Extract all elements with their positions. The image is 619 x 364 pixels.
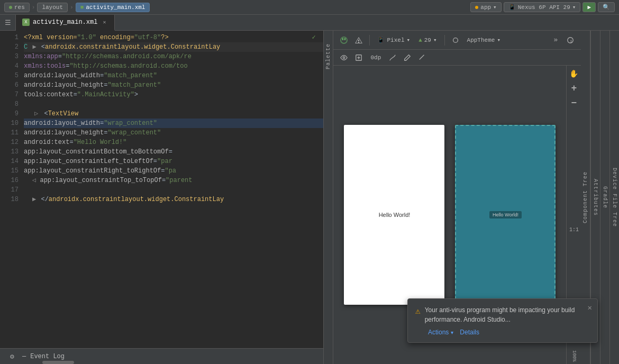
code-line-13: app:layout_constraintBottom_toBottomOf= xyxy=(24,147,323,157)
notification-close-icon[interactable]: ✕ xyxy=(588,303,592,312)
actions-chevron: ▾ xyxy=(451,330,453,335)
code-panel: 1 2 3 4 5 6 7 8 9 10 11 12 13 14 15 16 1… xyxy=(0,31,323,364)
phone-preview-blueprint[interactable]: Hello World! xyxy=(455,125,556,305)
sidebar-toggle[interactable]: ☰ xyxy=(0,15,16,31)
tab-close-button[interactable]: ✕ xyxy=(101,19,108,26)
svg-point-0 xyxy=(453,38,458,42)
device-file-label: Device File Tree xyxy=(612,168,617,227)
breadcrumb-sep-2: › xyxy=(70,4,74,11)
svg-text:i: i xyxy=(570,38,573,43)
device-icon: 📱 xyxy=(508,4,516,11)
gradle-label: Gradle xyxy=(602,186,608,208)
event-log-label[interactable]: Event Log xyxy=(30,353,65,360)
palette-label[interactable]: Palette xyxy=(325,43,331,69)
warning-tool-icon[interactable] xyxy=(352,34,365,47)
theme-chevron: ▾ xyxy=(497,37,500,43)
code-line-6: android:layout_height="match_parent" xyxy=(24,80,323,90)
code-line-9: ▷ <TextView xyxy=(24,109,323,119)
code-line-5: android:layout_width="match_parent" xyxy=(24,71,323,80)
notification-box: ⚠ Your anti-virus program might be impac… xyxy=(407,298,598,343)
device-label: Nexus 6P API 29 xyxy=(518,4,570,11)
minus-label: — xyxy=(22,353,26,360)
code-line-10: android:layout_width="wrap_content" xyxy=(24,119,323,128)
activity-main-tab[interactable]: X activity_main.xml ✕ xyxy=(16,15,115,31)
file-icon: ■ xyxy=(80,4,84,11)
code-line-8 xyxy=(24,99,323,109)
code-line-18: ▶ </androidx.constraintlayout.widget.Con… xyxy=(24,195,323,204)
toolbar-sep-2 xyxy=(444,35,445,46)
hand-icon[interactable]: ✋ xyxy=(568,68,580,79)
top-bar-right: app ▾ 📱 Nexus 6P API 29 ▾ ▶ 🔍 xyxy=(470,2,615,12)
blueprint-icon[interactable] xyxy=(352,51,365,64)
actions-button[interactable]: Actions ▾ xyxy=(428,329,453,336)
details-button[interactable]: Details xyxy=(460,329,479,336)
code-content[interactable]: <?xml version="1.0" encoding="utf-8"?> ✓… xyxy=(24,31,323,348)
code-line-15: app:layout_constraintRight_toRightOf="pa xyxy=(24,166,323,176)
dp-label: 0dp xyxy=(370,54,381,61)
ruler-icon[interactable] xyxy=(416,51,429,64)
gradle-sidebar[interactable]: Gradle xyxy=(600,31,609,364)
code-line-16: ◁ app:layout_constraintTop_toTopOf="pare… xyxy=(24,176,323,185)
code-line-2: C ▶ <androidx.constraintlayout.widget.Co… xyxy=(24,42,323,52)
eye-icon[interactable] xyxy=(338,51,350,64)
circle-icon[interactable] xyxy=(449,34,462,47)
hello-world-blue-text: Hello World! xyxy=(489,211,522,219)
zoom-percent-icon[interactable]: 100% xyxy=(568,350,580,362)
device-selector[interactable]: 📱 Pixel ▾ xyxy=(374,33,413,47)
search-toolbar-icon[interactable]: 🔍 xyxy=(603,4,610,11)
zoom-in-icon[interactable]: + xyxy=(568,83,580,94)
actions-label: Actions xyxy=(428,329,449,336)
run-button[interactable]: ▶ xyxy=(582,2,596,12)
tab-bar: ☰ X activity_main.xml ✕ xyxy=(0,15,619,31)
breadcrumb-sep-1: › xyxy=(32,4,35,11)
phone-preview-normal[interactable]: Hello World! xyxy=(344,125,444,305)
layout-breadcrumb[interactable]: layout xyxy=(37,3,68,12)
dp-value[interactable]: 0dp xyxy=(367,51,384,65)
device-file-sidebar[interactable]: Device File Tree xyxy=(609,31,619,364)
design-toolbar-2: 0dp xyxy=(333,50,581,66)
theme-selector[interactable]: AppTheme ▾ xyxy=(464,33,504,47)
notification-header: ⚠ Your anti-virus program might be impac… xyxy=(415,305,590,324)
toolbar-icons: 🔍 xyxy=(598,2,615,12)
zoom-out-icon[interactable]: − xyxy=(568,97,580,109)
theme-label: AppTheme xyxy=(467,37,495,43)
app-dropdown[interactable]: app ▾ xyxy=(470,2,501,12)
tab-label: activity_main.xml xyxy=(33,19,97,26)
curve-icon[interactable] xyxy=(386,51,399,64)
info-icon[interactable]: i xyxy=(564,34,577,47)
res-label: res xyxy=(14,4,25,11)
details-label: Details xyxy=(460,329,479,336)
res-breadcrumb[interactable]: res xyxy=(4,3,30,12)
line-numbers: 1 2 3 4 5 6 7 8 9 10 11 12 13 14 15 16 1… xyxy=(0,31,24,348)
code-line-4: xmlns:tools="http://schemas.android.com/… xyxy=(24,61,323,71)
notification-actions: Actions ▾ Details xyxy=(415,329,590,336)
code-area: 1 2 3 4 5 6 7 8 9 10 11 12 13 14 15 16 1… xyxy=(0,31,323,348)
pixel-label: Pixel xyxy=(387,37,404,43)
layout-label: layout xyxy=(42,4,63,11)
file-label: activity_main.xml xyxy=(86,4,145,11)
magnet-icon[interactable] xyxy=(338,34,350,47)
phone-icon: 📱 xyxy=(377,37,385,43)
hello-world-text: Hello World! xyxy=(379,212,411,218)
api-selector[interactable]: ▲ 29 ▾ xyxy=(415,33,440,47)
code-line-12: android:text="Hello World!" xyxy=(24,138,323,147)
code-line-3: xmlns:app="http://schemas.android.com/ap… xyxy=(24,52,323,61)
device-dropdown[interactable]: 📱 Nexus 6P API 29 ▾ xyxy=(504,2,581,12)
pixel-chevron: ▾ xyxy=(407,37,411,43)
more-options-icon[interactable]: » xyxy=(549,34,562,47)
tab-file-icon: X xyxy=(22,19,30,26)
pencil-icon[interactable] xyxy=(401,51,414,64)
res-dot xyxy=(9,6,12,9)
component-tree-label: Component Tree xyxy=(582,171,588,223)
fit-screen-icon[interactable]: 1:1 xyxy=(568,224,580,235)
api-chevron: ▾ xyxy=(433,37,437,43)
top-bar: res › layout › ■ activity_main.xml app ▾… xyxy=(0,0,619,15)
code-line-14: app:layout_constraintLeft_toLeftOf="par xyxy=(24,157,323,166)
code-line-11: android:layout_height="wrap_content" xyxy=(24,128,323,138)
file-breadcrumb[interactable]: ■ activity_main.xml xyxy=(76,3,150,12)
api-icon: ▲ xyxy=(418,37,422,43)
app-label: app xyxy=(480,4,491,11)
scroll-thumb[interactable] xyxy=(42,361,74,364)
scroll-indicator xyxy=(0,361,323,364)
code-line-1: <?xml version="1.0" encoding="utf-8"?> ✓ xyxy=(24,33,323,42)
